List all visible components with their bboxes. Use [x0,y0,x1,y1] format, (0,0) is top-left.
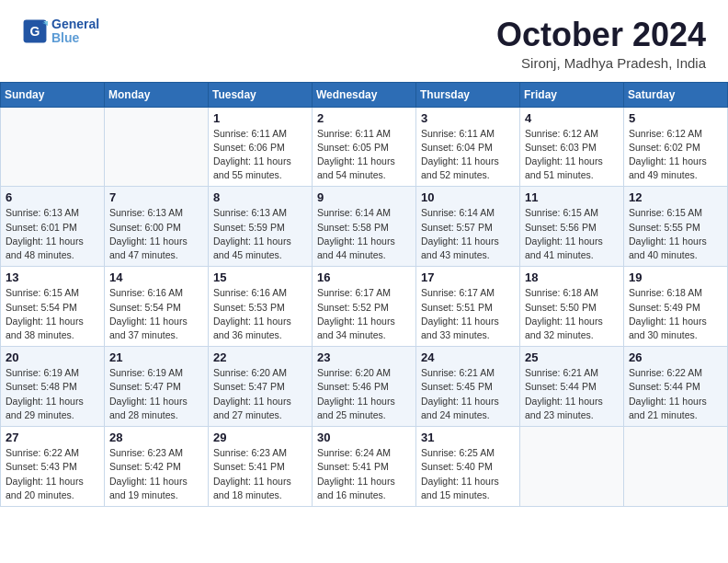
calendar-cell: 12 Sunrise: 6:15 AMSunset: 5:55 PMDaylig… [624,187,728,267]
day-number: 3 [421,111,515,125]
day-number: 1 [213,111,307,125]
day-number: 12 [629,190,722,204]
day-number: 19 [629,270,722,284]
logo-icon: G [22,18,48,44]
calendar-cell: 8 Sunrise: 6:13 AMSunset: 5:59 PMDayligh… [209,187,313,267]
day-number: 27 [6,431,99,444]
calendar-cell: 28 Sunrise: 6:23 AMSunset: 5:42 PMDaylig… [105,427,209,507]
calendar-cell [105,107,209,187]
calendar-cell: 18 Sunrise: 6:18 AMSunset: 5:50 PMDaylig… [520,267,624,347]
day-info: Sunrise: 6:18 AMSunset: 5:49 PMDaylight:… [629,286,722,342]
calendar-cell: 7 Sunrise: 6:13 AMSunset: 6:00 PMDayligh… [105,187,209,267]
day-info: Sunrise: 6:15 AMSunset: 5:56 PMDaylight:… [525,206,619,262]
calendar-title: October 2024 [496,17,706,53]
day-info: Sunrise: 6:21 AMSunset: 5:45 PMDaylight:… [421,366,515,422]
weekday-header: Tuesday [209,82,313,107]
calendar-cell: 23 Sunrise: 6:20 AMSunset: 5:46 PMDaylig… [313,347,416,427]
day-number: 11 [525,190,619,204]
day-number: 10 [421,190,515,204]
day-info: Sunrise: 6:23 AMSunset: 5:41 PMDaylight:… [213,446,307,502]
day-info: Sunrise: 6:11 AMSunset: 6:05 PMDaylight:… [317,127,411,183]
weekday-header: Monday [105,82,209,107]
day-info: Sunrise: 6:12 AMSunset: 6:03 PMDaylight:… [525,127,619,183]
day-info: Sunrise: 6:15 AMSunset: 5:55 PMDaylight:… [629,206,722,262]
day-number: 26 [629,350,722,364]
logo-text-blue: Blue [51,30,99,46]
calendar-cell: 6 Sunrise: 6:13 AMSunset: 6:01 PMDayligh… [1,187,105,267]
calendar-cell: 14 Sunrise: 6:16 AMSunset: 5:54 PMDaylig… [105,267,209,347]
calendar-cell: 26 Sunrise: 6:22 AMSunset: 5:44 PMDaylig… [624,347,728,427]
day-info: Sunrise: 6:19 AMSunset: 5:47 PMDaylight:… [109,366,203,422]
day-info: Sunrise: 6:18 AMSunset: 5:50 PMDaylight:… [525,286,619,342]
calendar-cell: 20 Sunrise: 6:19 AMSunset: 5:48 PMDaylig… [1,347,105,427]
day-number: 18 [525,270,619,284]
calendar-week-row: 27 Sunrise: 6:22 AMSunset: 5:43 PMDaylig… [1,427,728,507]
day-number: 5 [629,111,722,125]
calendar-cell: 16 Sunrise: 6:17 AMSunset: 5:52 PMDaylig… [313,267,416,347]
weekday-header: Friday [520,82,624,107]
day-info: Sunrise: 6:16 AMSunset: 5:53 PMDaylight:… [213,286,307,342]
day-number: 15 [213,270,307,284]
day-number: 25 [525,350,619,364]
day-number: 6 [6,190,99,204]
day-number: 16 [317,270,411,284]
calendar-cell: 22 Sunrise: 6:20 AMSunset: 5:47 PMDaylig… [209,347,313,427]
day-info: Sunrise: 6:13 AMSunset: 5:59 PMDaylight:… [213,206,307,262]
day-info: Sunrise: 6:25 AMSunset: 5:40 PMDaylight:… [421,446,515,502]
day-number: 31 [421,431,515,444]
day-info: Sunrise: 6:13 AMSunset: 6:00 PMDaylight:… [109,206,203,262]
day-number: 21 [109,350,203,364]
weekday-header: Saturday [624,82,728,107]
day-number: 14 [109,270,203,284]
day-number: 7 [109,190,203,204]
day-info: Sunrise: 6:17 AMSunset: 5:52 PMDaylight:… [317,286,411,342]
weekday-header: Thursday [416,82,520,107]
day-info: Sunrise: 6:19 AMSunset: 5:48 PMDaylight:… [6,366,99,422]
day-info: Sunrise: 6:24 AMSunset: 5:41 PMDaylight:… [317,446,411,502]
calendar-cell: 25 Sunrise: 6:21 AMSunset: 5:44 PMDaylig… [520,347,624,427]
day-info: Sunrise: 6:13 AMSunset: 6:01 PMDaylight:… [6,206,99,262]
calendar-cell: 1 Sunrise: 6:11 AMSunset: 6:06 PMDayligh… [209,107,313,187]
day-number: 4 [525,111,619,125]
day-info: Sunrise: 6:12 AMSunset: 6:02 PMDaylight:… [629,127,722,183]
day-info: Sunrise: 6:16 AMSunset: 5:54 PMDaylight:… [109,286,203,342]
day-number: 13 [6,270,99,284]
day-info: Sunrise: 6:11 AMSunset: 6:06 PMDaylight:… [213,127,307,183]
day-number: 24 [421,350,515,364]
day-info: Sunrise: 6:20 AMSunset: 5:47 PMDaylight:… [213,366,307,422]
day-info: Sunrise: 6:11 AMSunset: 6:04 PMDaylight:… [421,127,515,183]
calendar-cell: 21 Sunrise: 6:19 AMSunset: 5:47 PMDaylig… [105,347,209,427]
calendar-table: SundayMondayTuesdayWednesdayThursdayFrid… [0,82,728,507]
calendar-cell [1,107,105,187]
calendar-cell: 10 Sunrise: 6:14 AMSunset: 5:57 PMDaylig… [416,187,520,267]
day-number: 9 [317,190,411,204]
weekday-header: Wednesday [313,82,416,107]
day-number: 23 [317,350,411,364]
calendar-cell: 29 Sunrise: 6:23 AMSunset: 5:41 PMDaylig… [209,427,313,507]
calendar-cell: 3 Sunrise: 6:11 AMSunset: 6:04 PMDayligh… [416,107,520,187]
day-number: 2 [317,111,411,125]
calendar-cell: 27 Sunrise: 6:22 AMSunset: 5:43 PMDaylig… [1,427,105,507]
calendar-cell: 15 Sunrise: 6:16 AMSunset: 5:53 PMDaylig… [209,267,313,347]
calendar-cell [624,427,728,507]
calendar-week-row: 13 Sunrise: 6:15 AMSunset: 5:54 PMDaylig… [1,267,728,347]
calendar-cell: 4 Sunrise: 6:12 AMSunset: 6:03 PMDayligh… [520,107,624,187]
day-info: Sunrise: 6:22 AMSunset: 5:43 PMDaylight:… [6,446,99,502]
day-number: 8 [213,190,307,204]
weekday-header-row: SundayMondayTuesdayWednesdayThursdayFrid… [1,82,728,107]
calendar-cell: 11 Sunrise: 6:15 AMSunset: 5:56 PMDaylig… [520,187,624,267]
day-info: Sunrise: 6:22 AMSunset: 5:44 PMDaylight:… [629,366,722,422]
calendar-cell: 17 Sunrise: 6:17 AMSunset: 5:51 PMDaylig… [416,267,520,347]
svg-text:G: G [30,23,40,38]
day-number: 20 [6,350,99,364]
day-number: 28 [109,431,203,444]
page-header: G General Blue October 2024 Sironj, Madh… [0,0,728,78]
calendar-cell [520,427,624,507]
day-info: Sunrise: 6:14 AMSunset: 5:57 PMDaylight:… [421,206,515,262]
calendar-week-row: 20 Sunrise: 6:19 AMSunset: 5:48 PMDaylig… [1,347,728,427]
calendar-week-row: 1 Sunrise: 6:11 AMSunset: 6:06 PMDayligh… [1,107,728,187]
calendar-cell: 24 Sunrise: 6:21 AMSunset: 5:45 PMDaylig… [416,347,520,427]
day-info: Sunrise: 6:17 AMSunset: 5:51 PMDaylight:… [421,286,515,342]
calendar-cell: 5 Sunrise: 6:12 AMSunset: 6:02 PMDayligh… [624,107,728,187]
calendar-cell: 9 Sunrise: 6:14 AMSunset: 5:58 PMDayligh… [313,187,416,267]
